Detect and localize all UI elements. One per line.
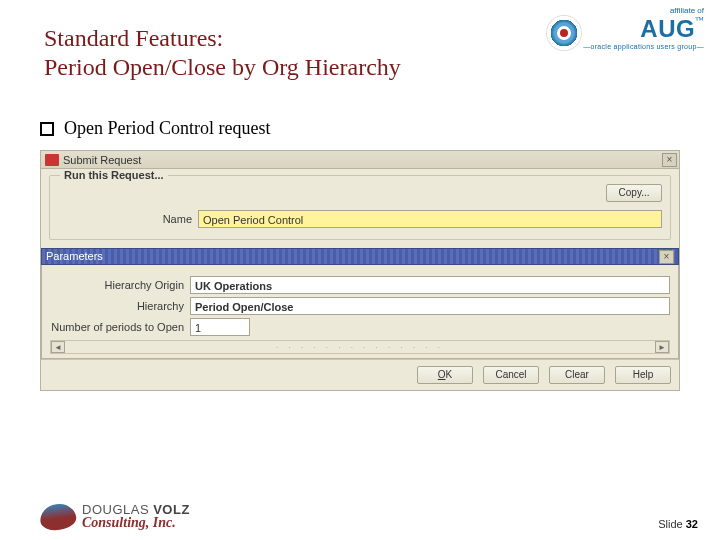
ok-button[interactable]: OK (417, 366, 473, 384)
dv-mark-icon (38, 501, 77, 532)
bullet-item: Open Period Control request (40, 118, 270, 139)
window-titlebar: Submit Request × (41, 151, 679, 169)
dv-logo: DOUGLAS VOLZ Consulting, Inc. (40, 503, 190, 530)
scroll-left-icon[interactable]: ◄ (51, 341, 65, 353)
affiliate-of-label: affiliate of (547, 6, 704, 15)
horizontal-scrollbar[interactable]: ◄ · · · · · · · · · · · · · · ► (50, 340, 670, 354)
app-icon (45, 154, 59, 166)
oaug-tagline: —oracle applications users group— (583, 43, 704, 50)
dv-line2: Consulting, Inc. (82, 516, 190, 530)
group-legend: Run this Request... (60, 169, 168, 181)
name-label: Name (58, 213, 198, 225)
num-periods-field[interactable]: 1 (190, 318, 250, 336)
title-line-1: Standard Features: (44, 24, 401, 53)
clear-button[interactable]: Clear (549, 366, 605, 384)
parameters-titlebar: Parameters × (41, 248, 679, 265)
scroll-right-icon[interactable]: ► (655, 341, 669, 353)
bullet-text: Open Period Control request (64, 118, 270, 139)
run-this-request-group: Run this Request... Copy... Name Open Pe… (49, 175, 671, 240)
slide-title: Standard Features: Period Open/Close by … (44, 24, 401, 82)
slide-number: Slide 32 (658, 518, 698, 530)
submit-request-window: Submit Request × Run this Request... Cop… (40, 150, 680, 391)
oaug-logo-block: affiliate of AUG™ —oracle applications u… (547, 6, 704, 50)
name-field[interactable]: Open Period Control (198, 210, 662, 228)
parameters-title: Parameters (46, 248, 103, 265)
slide-footer: DOUGLAS VOLZ Consulting, Inc. Slide 32 (0, 503, 720, 530)
oaug-ring-icon (547, 16, 581, 50)
oaug-org-name: AUG (640, 15, 695, 42)
hierarchy-origin-label: Hierarchy Origin (50, 279, 190, 291)
scroll-track-dots: · · · · · · · · · · · · · · (65, 343, 655, 352)
parameters-close-icon[interactable]: × (659, 250, 674, 264)
cancel-button[interactable]: Cancel (483, 366, 539, 384)
num-periods-label: Number of periods to Open (50, 321, 190, 333)
bullet-square-icon (40, 122, 54, 136)
hierarchy-label: Hierarchy (50, 300, 190, 312)
hierarchy-origin-field[interactable]: UK Operations (190, 276, 670, 294)
parameters-button-row: OK Cancel Clear Help (41, 359, 679, 390)
hierarchy-field[interactable]: Period Open/Close (190, 297, 670, 315)
tm-mark: ™ (695, 15, 704, 25)
copy-button[interactable]: Copy... (606, 184, 662, 202)
parameters-body: Hierarchy Origin UK Operations Hierarchy… (41, 265, 679, 359)
close-icon[interactable]: × (662, 153, 677, 167)
help-button[interactable]: Help (615, 366, 671, 384)
window-title-text: Submit Request (63, 154, 141, 166)
title-line-2: Period Open/Close by Org Hierarchy (44, 53, 401, 82)
